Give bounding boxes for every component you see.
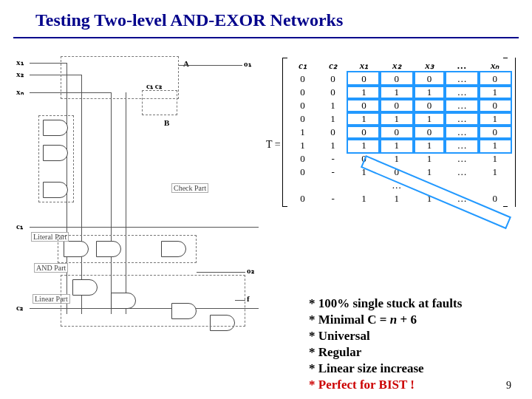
label-and-part: AND Part: [34, 263, 68, 273]
label-xn: xₙ: [16, 87, 24, 97]
label-o2: o₂: [247, 266, 254, 276]
matrix-row: 11 11 1… 1: [287, 139, 511, 152]
matrix-row: 01 11 1… 1: [287, 112, 511, 126]
literal-part-box: [38, 115, 74, 202]
label-x2: x₂: [16, 69, 24, 79]
bullet-list: * 100% single stuck at faults * Minimal …: [309, 296, 462, 394]
label-T-equals: T =: [266, 139, 281, 151]
matrix-row: 10 00 0… 0: [287, 126, 511, 139]
title-underline: [13, 37, 519, 38]
label-c2: c₂: [16, 303, 23, 313]
bullet-5: * Linear size increase: [309, 361, 462, 377]
matrix-row: 01 00 0… 0: [287, 99, 511, 112]
label-c1: c₁: [16, 222, 23, 231]
group-B-box: [142, 90, 177, 115]
label-x1: x₁: [16, 58, 24, 67]
circuit-diagram: x₁ x₂ xₙ c₁ c₂ A o₁ c₁ c₂ B: [16, 58, 267, 338]
page-number: 9: [506, 380, 511, 392]
label-A: A: [183, 59, 189, 68]
linear-part-box: [61, 275, 245, 327]
bullet-3: * Universal: [309, 328, 462, 344]
label-check-part: Check Part: [171, 183, 208, 193]
bullet-6: * Perfect for BIST !: [309, 377, 462, 393]
matrix-T: c₁c₂ x₁x₂ x₃… xₙ 00 00 0… 0 00 11 1… 1: [282, 58, 516, 207]
page-title: Testing Two-level AND-EXOR Networks: [35, 10, 343, 30]
matrix-header-row: c₁c₂ x₁x₂ x₃… xₙ: [287, 59, 511, 72]
label-B: B: [164, 118, 169, 127]
label-o1: o₁: [244, 59, 251, 69]
bullet-4: * Regular: [309, 344, 462, 361]
content-area: x₁ x₂ xₙ c₁ c₂ A o₁ c₁ c₂ B: [13, 44, 519, 362]
matrix-area: T = c₁c₂ x₁x₂ x₃… xₙ 00 00 0… 0 00 11: [282, 58, 516, 207]
and-part-box: [58, 235, 197, 263]
label-f: f: [247, 294, 250, 303]
matrix-row: 0- 01 1… 1: [287, 152, 511, 166]
bullet-1: * 100% single stuck at faults: [309, 296, 462, 312]
matrix-row: 00 11 1… 1: [287, 86, 511, 99]
bullet-2: * Minimal C = n + 6: [309, 312, 462, 328]
matrix-row: 00 00 0… 0: [287, 72, 511, 86]
